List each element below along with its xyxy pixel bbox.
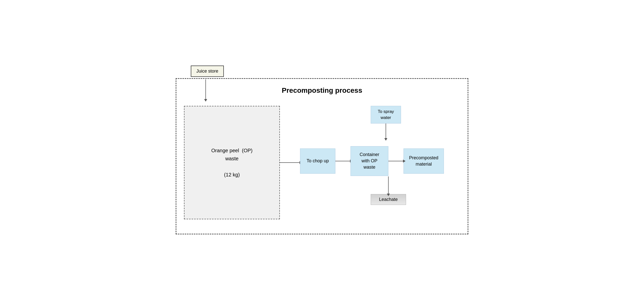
diagram-title: Precomposting process <box>184 86 460 95</box>
right-flow: To spraywater To chop up Containerwith O… <box>300 106 460 219</box>
chop-up-label: To chop up <box>307 158 329 164</box>
spray-water-column: To spraywater <box>371 106 401 139</box>
arrow-op-to-chop <box>280 162 300 163</box>
juice-store-box: Juice store <box>191 66 224 77</box>
juice-store-label: Juice store <box>196 69 218 74</box>
leachate-label: Leachate <box>379 197 398 202</box>
leachate-section: Leachate <box>371 176 406 205</box>
precomposted-label: Precompostedmaterial <box>409 155 438 167</box>
op-waste-line2: waste <box>225 156 238 161</box>
arrow-chop-to-container <box>335 161 351 161</box>
spray-water-label: To spraywater <box>378 109 394 120</box>
arrow-container-to-precomposted <box>388 161 404 161</box>
content-area: Orange peel (OP) waste (12 kg) To sprayw… <box>184 100 460 226</box>
container-op-label: Containerwith OPwaste <box>360 151 379 171</box>
spray-water-box: To spraywater <box>371 106 401 124</box>
horizontal-flow: To chop up Containerwith OPwaste Precomp… <box>300 146 444 176</box>
container-op-box: Containerwith OPwaste <box>351 146 388 176</box>
op-waste-section: Orange peel (OP) waste (12 kg) <box>184 106 280 219</box>
juice-store-arrow <box>205 79 206 100</box>
spray-to-container-arrow <box>386 124 386 139</box>
chop-up-box: To chop up <box>300 148 335 174</box>
op-waste-line1: Orange peel (OP) <box>211 148 252 153</box>
op-waste-text: Orange peel (OP) waste (12 kg) <box>211 146 252 179</box>
leachate-arrow <box>388 176 389 194</box>
op-waste-line4: (12 kg) <box>224 172 240 177</box>
precomposted-box: Precompostedmaterial <box>404 148 444 174</box>
main-container: Precomposting process Orange peel (OP) w… <box>176 78 468 234</box>
diagram-wrapper: Juice store Precomposting process Orange… <box>171 66 473 239</box>
